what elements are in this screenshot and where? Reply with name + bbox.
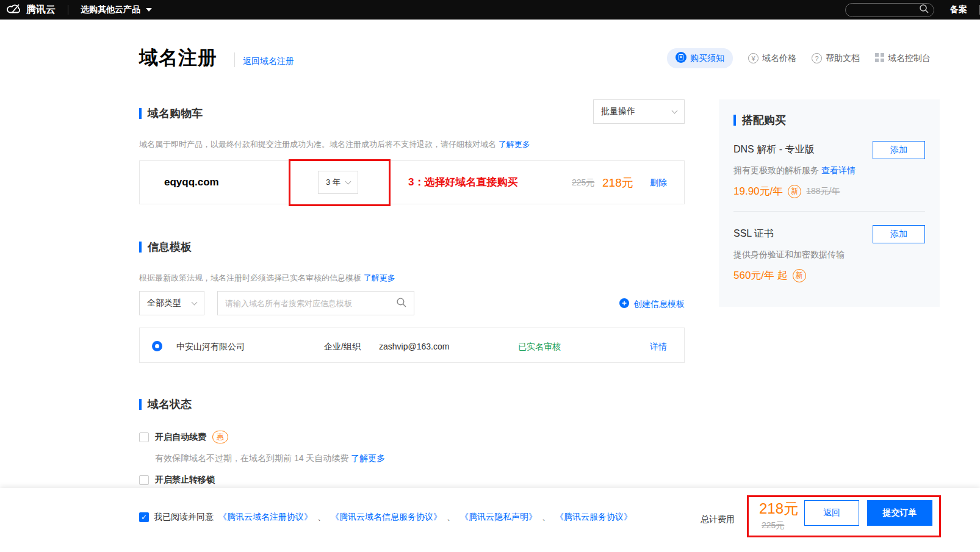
agreement-checkbox-checked[interactable]: ✓ xyxy=(139,512,149,522)
cart-learn-more-link[interactable]: 了解更多 xyxy=(499,140,530,149)
auto-renew-description: 有效保障域名不过期，在域名到期前 14 天自动续费 了解更多 xyxy=(155,453,385,464)
domain-console-link[interactable]: 域名控制台 xyxy=(875,53,931,64)
submit-order-button[interactable]: 提交订单 xyxy=(867,500,932,526)
cart-section-header: 域名购物车 xyxy=(139,106,203,121)
logo-text: 腾讯云 xyxy=(26,4,56,16)
verify-status-badge: 已实名审核 xyxy=(518,342,561,353)
dns-detail-link[interactable]: 查看详情 xyxy=(821,165,856,175)
purchase-notice-label: 购买须知 xyxy=(690,53,724,64)
template-learn-more-link[interactable]: 了解更多 xyxy=(364,273,395,282)
dns-desc-text: 拥有更极致的解析服务 xyxy=(733,165,819,175)
tutorial-annotation-text: 3：选择好域名直接购买 xyxy=(408,175,517,189)
template-email: zashvip@163.com xyxy=(379,342,449,351)
template-detail-link[interactable]: 详情 xyxy=(650,342,667,353)
topbar: 腾讯云 选购其他云产品 备案 xyxy=(0,0,980,20)
topbar-search-input[interactable] xyxy=(851,5,919,14)
delete-domain-link[interactable]: 删除 xyxy=(650,177,667,188)
total-cost-label: 总计费用 xyxy=(701,514,735,525)
topbar-search-box[interactable] xyxy=(845,3,934,17)
ssl-addon-description: 提供身份验证和加密数据传输 xyxy=(733,249,925,260)
other-products-menu[interactable]: 选购其他云产品 xyxy=(81,4,152,15)
auto-renew-label: 开启自动续费 xyxy=(155,432,206,443)
total-price: 218元 xyxy=(759,499,798,518)
template-row: 中安山河有限公司 企业/组织 zashvip@163.com 已实名审核 详情 xyxy=(139,328,685,363)
check-icon: ✓ xyxy=(141,513,147,522)
dns-add-button[interactable]: 添加 xyxy=(873,141,925,159)
dns-price: 19.90元/年 xyxy=(733,184,783,198)
help-docs-label: 帮助文档 xyxy=(826,53,860,64)
domain-price-link[interactable]: ¥ 域名价格 xyxy=(748,53,796,64)
auto-renew-checkbox[interactable] xyxy=(139,432,149,442)
other-products-label: 选购其他云产品 xyxy=(81,4,140,15)
dns-price-row: 19.90元/年 新 188元/年 xyxy=(733,184,925,198)
agreement-link-info-service[interactable]: 《腾讯云域名信息服务协议》 xyxy=(331,512,442,523)
domain-price: 218元 xyxy=(602,175,633,191)
registration-years-value: 3 年 xyxy=(326,177,340,188)
domain-price-label: 域名价格 xyxy=(762,53,796,64)
template-notice: 根据最新政策法规，域名注册时必须选择已实名审核的信息模板 了解更多 xyxy=(139,273,395,284)
domain-registration-page: 腾讯云 选购其他云产品 备案 域名注册 返回域名注册 购买须知 ¥ 域名价格 xyxy=(0,0,980,552)
domain-cart-row: eqyqq.com 3 年 3：选择好域名直接购买 225元 218元 删除 xyxy=(139,160,685,204)
ssl-add-button[interactable]: 添加 xyxy=(873,225,925,243)
help-docs-link[interactable]: ? 帮助文档 xyxy=(812,53,860,64)
dns-old-price: 188元/年 xyxy=(806,186,840,197)
auto-renew-desc-text: 有效保障域名不过期，在域名到期前 14 天自动续费 xyxy=(155,453,348,463)
chevron-down-icon xyxy=(146,8,152,12)
status-section-title: 域名状态 xyxy=(148,397,192,412)
create-template-link[interactable]: 创建信息模板 xyxy=(619,298,685,310)
sidebar-divider xyxy=(733,211,925,212)
domain-name: eqyqq.com xyxy=(164,176,219,188)
chevron-down-icon xyxy=(672,107,678,113)
plus-icon xyxy=(619,298,629,310)
auto-renew-learn-more-link[interactable]: 了解更多 xyxy=(351,453,385,463)
new-badge: 新 xyxy=(793,269,806,282)
bundle-purchase-panel: 搭配购买 DNS 解析 - 专业版 添加 拥有更极致的解析服务 查看详情 19.… xyxy=(719,99,940,307)
dns-addon-description: 拥有更极致的解析服务 查看详情 xyxy=(733,165,925,176)
total-old-price: 225元 xyxy=(762,520,784,531)
yuan-icon: ¥ xyxy=(748,53,758,63)
template-search-input[interactable] xyxy=(225,299,396,308)
agreement-link-register[interactable]: 《腾讯云域名注册协议》 xyxy=(218,512,312,523)
dns-addon-item: DNS 解析 - 专业版 添加 拥有更极致的解析服务 查看详情 19.90元/年… xyxy=(733,143,925,198)
agreement-separator: 、 xyxy=(317,512,326,523)
template-type-filter[interactable]: 全部类型 xyxy=(139,291,204,315)
question-icon: ? xyxy=(812,53,822,63)
batch-operation-select[interactable]: 批量操作 xyxy=(593,99,685,124)
bundle-section-header: 搭配购买 xyxy=(733,113,925,127)
agreement-link-privacy[interactable]: 《腾讯云隐私声明》 xyxy=(460,512,537,523)
registration-years-select[interactable]: 3 年 xyxy=(318,171,358,194)
template-owner: 中安山河有限公司 xyxy=(176,342,245,353)
auto-renew-row: 开启自动续费 惠 xyxy=(139,431,228,443)
agreement-separator: 、 xyxy=(542,512,550,523)
ssl-addon-item: SSL 证书 添加 提供身份验证和加密数据传输 560元/年 起 新 xyxy=(733,228,925,282)
page-title: 域名注册 xyxy=(139,45,217,71)
grid-icon xyxy=(875,53,884,64)
discount-badge: 惠 xyxy=(212,431,228,443)
transfer-lock-row: 开启禁止转移锁 xyxy=(139,475,215,486)
beian-link[interactable]: 备案 xyxy=(950,4,967,15)
document-icon xyxy=(676,52,686,65)
checkout-footer-bar: ✓ 我已阅读并同意 《腾讯云域名注册协议》 、 《腾讯云域名信息服务协议》 、 … xyxy=(0,488,980,552)
template-radio-selected[interactable] xyxy=(152,341,162,351)
batch-operation-label: 批量操作 xyxy=(601,106,635,117)
template-section-title: 信息模板 xyxy=(148,240,192,254)
cart-section-title: 域名购物车 xyxy=(148,106,203,121)
agreement-link-service[interactable]: 《腾讯云服务协议》 xyxy=(555,512,632,523)
back-to-domain-register-link[interactable]: 返回域名注册 xyxy=(243,56,294,67)
purchase-notice-link[interactable]: 购买须知 xyxy=(667,48,733,68)
ssl-price-row: 560元/年 起 新 xyxy=(733,268,925,282)
back-button[interactable]: 返回 xyxy=(804,500,859,526)
search-icon[interactable] xyxy=(396,297,406,310)
header-quick-links: 购买须知 ¥ 域名价格 ? 帮助文档 域名控制台 xyxy=(667,48,931,68)
search-icon[interactable] xyxy=(919,4,929,16)
template-notice-text: 根据最新政策法规，域名注册时必须选择已实名审核的信息模板 xyxy=(139,273,361,282)
ssl-price: 560元/年 起 xyxy=(733,268,788,282)
transfer-lock-checkbox[interactable] xyxy=(139,475,149,485)
section-accent-bar xyxy=(139,108,142,119)
agreement-separator: 、 xyxy=(447,512,455,523)
tencent-cloud-logo[interactable]: 腾讯云 xyxy=(6,2,56,17)
cloud-logo-icon xyxy=(6,2,22,17)
section-accent-bar xyxy=(733,115,736,126)
status-section-header: 域名状态 xyxy=(139,397,192,412)
template-search-box[interactable] xyxy=(217,291,414,315)
